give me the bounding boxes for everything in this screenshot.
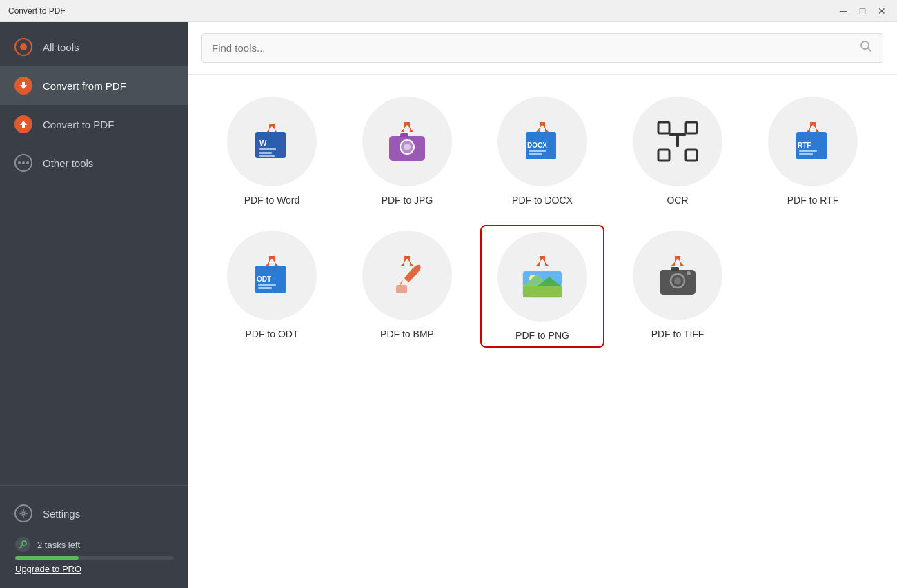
tool-pdf-to-tiff[interactable]: PDF to TIFF [615,225,740,348]
svg-point-17 [404,144,411,150]
minimize-button[interactable]: ─ [836,4,850,18]
svg-rect-11 [259,148,276,150]
tasks-left-label: 2 tasks left [37,540,80,550]
all-tools-icon [14,37,33,57]
svg-point-2 [22,512,25,515]
svg-rect-26 [686,122,697,133]
tool-pdf-to-docx[interactable]: DOCX PDF to DOCX [480,91,604,211]
main-content: W PDF to Word [188,22,897,588]
tool-label-pdf-to-word: PDF to Word [244,195,300,206]
tool-label-pdf-to-rtf: PDF to RTF [787,195,838,206]
search-bar [188,22,897,75]
tool-label-pdf-to-odt: PDF to ODT [245,329,298,340]
tool-icon-pdf-to-odt: ODT [227,231,317,320]
upgrade-link[interactable]: Upgrade to PRO [15,564,81,574]
tool-pdf-to-word[interactable]: W PDF to Word [210,91,334,211]
svg-rect-25 [658,150,669,161]
tool-pdf-to-jpg[interactable]: PDF to JPG [345,91,469,211]
sidebar-label-convert-from: Convert from PDF [43,80,126,92]
key-icon [15,537,30,552]
svg-rect-13 [259,155,275,157]
svg-line-5 [21,547,22,548]
sidebar-nav: All tools Convert from PDF Convert [0,22,188,485]
tool-pdf-to-bmp[interactable]: PDF to BMP [345,225,469,348]
sidebar: All tools Convert from PDF Convert [0,22,188,588]
svg-rect-18 [400,133,408,137]
maximize-button[interactable]: □ [856,4,869,18]
tools-grid: W PDF to Word [188,75,897,364]
svg-marker-8 [266,124,278,133]
svg-rect-12 [259,152,272,154]
window-title: Convert to PDF [8,6,66,16]
tool-label-pdf-to-jpg: PDF to JPG [382,195,433,206]
svg-text:RTF: RTF [798,141,811,149]
sidebar-item-all-tools[interactable]: All tools [0,28,188,66]
other-tools-icon [14,153,33,173]
settings-item[interactable]: Settings [14,497,174,530]
tool-pdf-to-odt[interactable]: ODT PDF to ODT [210,225,334,348]
svg-rect-22 [529,150,546,152]
progress-bar-fill [15,556,79,560]
tool-icon-pdf-to-word: W [227,97,317,186]
ocr-svg [653,117,702,166]
search-input-wrap[interactable] [201,33,883,63]
pdf-to-bmp-svg [382,251,432,300]
close-button[interactable]: ✕ [875,4,889,18]
progress-bar [15,556,174,560]
tool-icon-pdf-to-bmp [362,231,452,320]
svg-point-3 [22,541,26,545]
svg-rect-48 [523,286,562,297]
svg-rect-34 [799,153,813,155]
svg-rect-38 [258,284,276,286]
tool-icon-pdf-to-docx: DOCX [497,97,587,186]
svg-marker-0 [20,82,27,89]
svg-text:DOCX: DOCX [527,141,547,149]
tool-pdf-to-rtf[interactable]: RTF PDF to RTF [751,91,875,211]
tool-icon-ocr [633,97,722,186]
svg-marker-49 [671,256,684,266]
convert-from-circle-icon [14,77,32,95]
svg-marker-14 [401,122,413,132]
other-tools-circle-icon [14,154,32,172]
sidebar-item-convert-to[interactable]: Convert to PDF [0,105,188,144]
svg-text:ODT: ODT [257,275,271,283]
svg-marker-19 [536,122,549,132]
pdf-to-tiff-svg [653,251,702,300]
settings-label: Settings [43,508,80,520]
window-controls: ─ □ ✕ [836,4,889,18]
sidebar-label-all-tools: All tools [43,41,79,53]
search-input[interactable] [212,42,859,54]
pdf-to-rtf-svg: RTF [788,117,838,166]
tool-label-pdf-to-docx: PDF to DOCX [512,195,573,206]
tool-icon-pdf-to-rtf: RTF [768,97,858,186]
tool-label-pdf-to-bmp: PDF to BMP [380,329,434,340]
pdf-to-docx-svg: DOCX [518,117,567,166]
all-tools-circle-icon [14,38,32,56]
svg-marker-42 [536,256,549,266]
tool-pdf-to-png[interactable]: PDF to PNG [480,225,604,348]
pdf-to-png-svg [518,252,567,302]
convert-to-icon [14,115,33,134]
search-icon [859,39,873,57]
svg-marker-1 [20,121,27,128]
pdf-to-odt-svg: ODT [247,251,297,300]
tasks-left: 2 tasks left Upgrade to PRO [14,537,174,574]
title-bar: Convert to PDF ─ □ ✕ [0,0,897,22]
app-body: All tools Convert from PDF Convert [0,22,897,588]
svg-rect-24 [658,122,669,133]
tool-label-pdf-to-png: PDF to PNG [515,330,569,341]
svg-point-52 [674,277,681,284]
convert-to-circle-icon [14,115,32,133]
sidebar-item-other-tools[interactable]: Other tools [0,144,188,182]
svg-point-54 [687,271,691,275]
sidebar-item-convert-from[interactable]: Convert from PDF [0,66,188,105]
convert-from-icon [14,76,33,95]
svg-marker-30 [807,122,819,132]
svg-rect-33 [799,150,817,152]
tool-ocr[interactable]: OCR [615,91,740,211]
svg-rect-53 [671,267,679,271]
svg-line-7 [868,48,871,52]
svg-rect-39 [258,287,272,289]
tool-label-pdf-to-tiff: PDF to TIFF [651,329,704,340]
pdf-to-jpg-svg [382,117,432,166]
